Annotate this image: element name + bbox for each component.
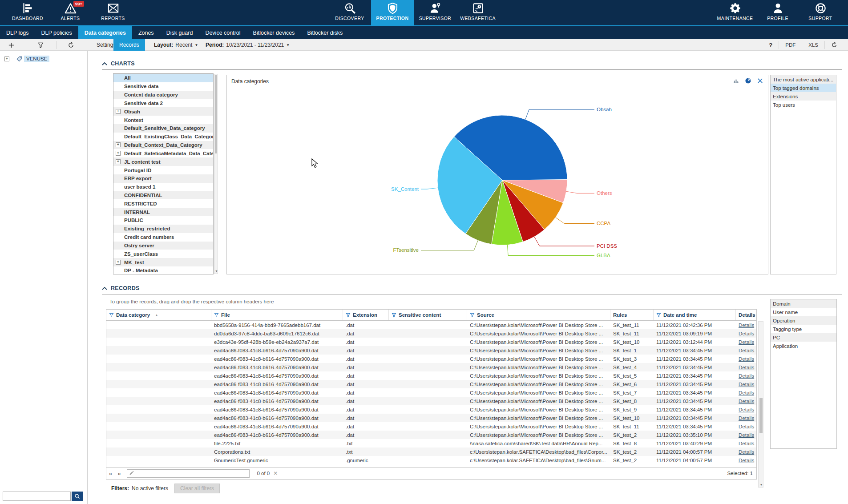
nav-item-dashboard[interactable]: DASHBOARD — [6, 0, 49, 25]
category-item[interactable]: +Obsah — [113, 107, 213, 116]
category-item[interactable]: ERP export — [113, 174, 213, 183]
chart-type-item[interactable]: Extensions — [771, 92, 836, 101]
close-icon[interactable] — [757, 77, 763, 84]
filter-funnel-icon[interactable] — [214, 313, 219, 318]
filter-funnel-icon[interactable] — [346, 313, 351, 318]
table-row[interactable]: ead4ac86-f083-41c8-b616-4d757090a900.dat… — [106, 397, 756, 405]
module-tab-zones[interactable]: Zones — [132, 26, 160, 39]
table-row[interactable]: ead4ac86-f083-41c8-b616-4d757090a900.dat… — [106, 405, 756, 414]
category-item[interactable]: Credit card numbers — [113, 233, 213, 242]
chart-type-item[interactable]: The most active applicati... — [771, 75, 836, 84]
category-item[interactable]: DP - Metadata — [113, 266, 213, 274]
chart-type-item[interactable]: Top users — [771, 101, 836, 109]
record-field-item[interactable]: Tagging type — [771, 325, 836, 333]
details-link[interactable]: Details — [739, 323, 754, 328]
category-item[interactable]: Context data category — [113, 91, 213, 99]
table-row[interactable]: ead4ac86-f083-41c8-b616-4d757090a900.dat… — [106, 371, 756, 380]
category-list-scrollbar[interactable]: ▾ — [214, 74, 218, 274]
nav-item-protection[interactable]: PROTECTION — [371, 0, 414, 25]
category-item[interactable]: RESTRICTED — [113, 199, 213, 208]
table-row[interactable]: file-2225.txt.txt\\nasa.safetica.com\sha… — [106, 439, 756, 448]
table-row[interactable]: e3dca43e-95df-428b-b59e-eb24a2a937a7.dat… — [106, 338, 756, 346]
record-field-item[interactable]: Domain — [771, 299, 836, 308]
nav-item-support[interactable]: SUPPORT — [799, 0, 842, 25]
chart-type-item[interactable]: Top tagged domains — [771, 84, 836, 92]
clear-filters-button[interactable]: Clear all filters — [174, 484, 220, 493]
grid-search-input[interactable] — [127, 469, 250, 478]
pager-first-icon[interactable]: « — [106, 470, 115, 477]
category-item[interactable]: +Default_Context_Data_Category — [113, 141, 213, 149]
category-item[interactable]: ZS_userClass — [113, 250, 213, 258]
expand-icon[interactable]: + — [116, 109, 121, 114]
scrollbar-thumb[interactable] — [759, 398, 763, 433]
refresh-button[interactable] — [65, 40, 77, 49]
scroll-down-icon[interactable]: ▾ — [759, 483, 764, 487]
category-item[interactable]: user based 1 — [113, 183, 213, 191]
category-item[interactable]: PUBLIC — [113, 216, 213, 225]
nav-item-discovery[interactable]: DISCOVERY — [328, 0, 371, 25]
module-tab-bitlocker-devices[interactable]: Bitlocker devices — [247, 26, 301, 39]
add-button[interactable] — [5, 40, 17, 49]
table-row[interactable]: bbd5658a-9156-414a-bbd9-7665adebb167.dat… — [106, 321, 756, 329]
category-item[interactable]: +MK_test — [113, 258, 213, 266]
category-item[interactable]: Kontext — [113, 116, 213, 124]
module-tab-dlp-policies[interactable]: DLP policies — [35, 26, 78, 39]
charts-section-header[interactable]: CHARTS — [102, 60, 135, 67]
record-field-item[interactable]: Application — [771, 342, 836, 350]
record-field-item[interactable]: User name — [771, 308, 836, 316]
table-row[interactable]: Corporations.txt.txtc:\Users\stepan.kola… — [106, 448, 756, 456]
search-button[interactable] — [72, 492, 83, 501]
scroll-down-icon[interactable]: ▾ — [214, 269, 218, 273]
table-row[interactable]: ead4ac86-f083-41c8-b616-4d757090a900.dat… — [106, 355, 756, 363]
module-tab-data-categories[interactable]: Data categories — [78, 26, 132, 39]
category-item[interactable]: Default_Sensitive_Data_category — [113, 124, 213, 133]
nav-item-alerts[interactable]: 99+ALERTS — [49, 0, 92, 25]
tab-records[interactable]: Records — [113, 39, 145, 51]
records-section-header[interactable]: RECORDS — [102, 285, 140, 291]
table-row[interactable]: GnumericTest.gnumeric.gnumericc:\Users\s… — [106, 456, 756, 464]
table-row[interactable]: ead4ac86-f083-41c8-b616-4d757090a900.dat… — [106, 431, 756, 439]
filter-funnel-icon[interactable] — [470, 313, 475, 318]
scrollbar-thumb[interactable] — [215, 75, 217, 153]
column-header-date-and-time[interactable]: Date and time — [654, 310, 736, 320]
details-link[interactable]: Details — [739, 441, 754, 446]
column-header-details[interactable]: Details — [736, 310, 757, 320]
details-link[interactable]: Details — [739, 458, 754, 463]
category-item[interactable]: Existing_restricted — [113, 225, 213, 233]
column-header-source[interactable]: Source — [467, 310, 610, 320]
details-link[interactable]: Details — [739, 356, 754, 362]
export-xls-button[interactable]: XLS — [802, 41, 824, 49]
expand-icon[interactable]: + — [116, 260, 121, 265]
details-link[interactable]: Details — [739, 415, 754, 421]
tree-node-venuse[interactable]: + VENUSE — [4, 56, 49, 62]
details-link[interactable]: Details — [739, 365, 754, 370]
category-item[interactable]: +Default_SafeticaMetadata_Data_Cate... — [113, 149, 213, 157]
bar-chart-view-icon[interactable] — [733, 77, 739, 84]
category-item[interactable]: Ostry server — [113, 242, 213, 250]
filter-funnel-icon[interactable] — [109, 313, 114, 318]
module-tab-bitlocker-disks[interactable]: Bitlocker disks — [301, 26, 349, 39]
nav-item-reports[interactable]: REPORTS — [92, 0, 134, 25]
pie-chart-view-icon[interactable] — [745, 77, 751, 84]
nav-item-websafetica[interactable]: WEBSAFETICA — [456, 0, 499, 25]
table-row[interactable]: ead4ac86-f083-41c8-b616-4d757090a900.dat… — [106, 414, 756, 422]
category-item[interactable]: All — [113, 74, 213, 82]
filter-button[interactable] — [35, 40, 46, 49]
filter-funnel-icon[interactable] — [656, 313, 661, 318]
module-tab-disk-guard[interactable]: Disk guard — [160, 26, 199, 39]
details-link[interactable]: Details — [739, 373, 754, 379]
period-dropdown[interactable]: Period: 10/23/2021 - 11/23/2021 ▼ — [206, 39, 290, 51]
table-row[interactable]: dd0da6d3-97c8-4ddc-ba63-d609c17612c6.dat… — [106, 329, 756, 338]
expand-icon[interactable]: + — [116, 159, 121, 164]
category-item[interactable]: Sensitive data — [113, 82, 213, 91]
column-header-data-category[interactable]: Data category▲ — [106, 310, 211, 320]
nav-item-maintenance[interactable]: MAINTENANCE — [714, 0, 756, 25]
details-link[interactable]: Details — [739, 382, 754, 387]
expand-icon[interactable]: + — [116, 142, 121, 147]
export-pdf-button[interactable]: PDF — [779, 41, 802, 49]
details-link[interactable]: Details — [739, 449, 754, 455]
nav-item-supervisor[interactable]: SUPERVISOR — [414, 0, 456, 25]
column-header-file[interactable]: File — [211, 310, 343, 320]
details-link[interactable]: Details — [739, 339, 754, 345]
help-button[interactable]: ? — [763, 41, 779, 49]
